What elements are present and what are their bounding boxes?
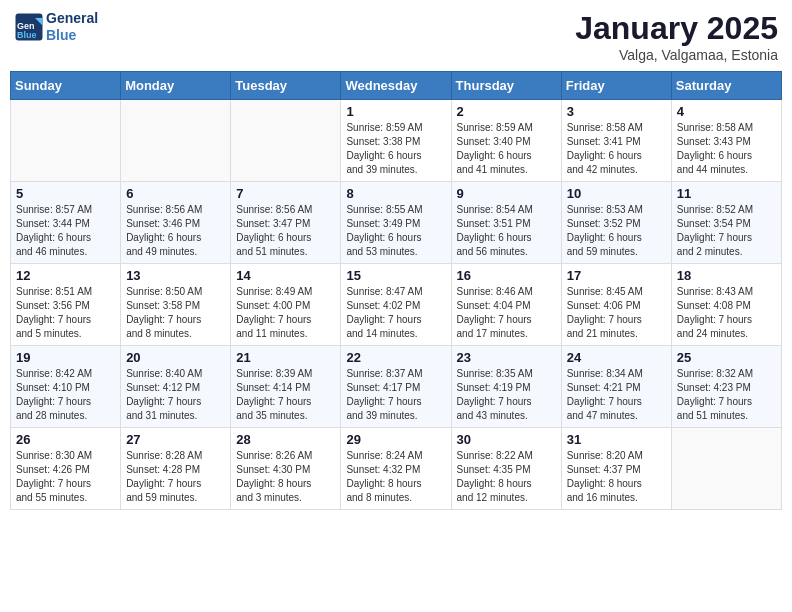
calendar-week-row: 26Sunrise: 8:30 AMSunset: 4:26 PMDayligh… bbox=[11, 428, 782, 510]
month-title: January 2025 bbox=[575, 10, 778, 47]
day-number: 28 bbox=[236, 432, 335, 447]
calendar-cell: 9Sunrise: 8:54 AMSunset: 3:51 PMDaylight… bbox=[451, 182, 561, 264]
day-number: 8 bbox=[346, 186, 445, 201]
day-number: 24 bbox=[567, 350, 666, 365]
day-number: 19 bbox=[16, 350, 115, 365]
calendar-cell bbox=[121, 100, 231, 182]
day-number: 4 bbox=[677, 104, 776, 119]
calendar-cell: 22Sunrise: 8:37 AMSunset: 4:17 PMDayligh… bbox=[341, 346, 451, 428]
calendar-cell: 29Sunrise: 8:24 AMSunset: 4:32 PMDayligh… bbox=[341, 428, 451, 510]
calendar-cell: 25Sunrise: 8:32 AMSunset: 4:23 PMDayligh… bbox=[671, 346, 781, 428]
page-header: Gen Blue General Blue January 2025 Valga… bbox=[10, 10, 782, 63]
day-info: Sunrise: 8:53 AMSunset: 3:52 PMDaylight:… bbox=[567, 203, 666, 259]
day-info: Sunrise: 8:42 AMSunset: 4:10 PMDaylight:… bbox=[16, 367, 115, 423]
day-info: Sunrise: 8:58 AMSunset: 3:43 PMDaylight:… bbox=[677, 121, 776, 177]
calendar-cell: 2Sunrise: 8:59 AMSunset: 3:40 PMDaylight… bbox=[451, 100, 561, 182]
day-number: 12 bbox=[16, 268, 115, 283]
calendar-cell: 21Sunrise: 8:39 AMSunset: 4:14 PMDayligh… bbox=[231, 346, 341, 428]
calendar-cell: 14Sunrise: 8:49 AMSunset: 4:00 PMDayligh… bbox=[231, 264, 341, 346]
calendar-week-row: 12Sunrise: 8:51 AMSunset: 3:56 PMDayligh… bbox=[11, 264, 782, 346]
day-info: Sunrise: 8:37 AMSunset: 4:17 PMDaylight:… bbox=[346, 367, 445, 423]
calendar-cell: 6Sunrise: 8:56 AMSunset: 3:46 PMDaylight… bbox=[121, 182, 231, 264]
day-number: 15 bbox=[346, 268, 445, 283]
calendar-cell: 20Sunrise: 8:40 AMSunset: 4:12 PMDayligh… bbox=[121, 346, 231, 428]
weekday-header-thursday: Thursday bbox=[451, 72, 561, 100]
calendar-table: SundayMondayTuesdayWednesdayThursdayFrid… bbox=[10, 71, 782, 510]
calendar-cell: 23Sunrise: 8:35 AMSunset: 4:19 PMDayligh… bbox=[451, 346, 561, 428]
calendar-cell: 28Sunrise: 8:26 AMSunset: 4:30 PMDayligh… bbox=[231, 428, 341, 510]
day-number: 7 bbox=[236, 186, 335, 201]
day-number: 20 bbox=[126, 350, 225, 365]
day-info: Sunrise: 8:59 AMSunset: 3:38 PMDaylight:… bbox=[346, 121, 445, 177]
calendar-cell: 13Sunrise: 8:50 AMSunset: 3:58 PMDayligh… bbox=[121, 264, 231, 346]
day-info: Sunrise: 8:28 AMSunset: 4:28 PMDaylight:… bbox=[126, 449, 225, 505]
day-number: 10 bbox=[567, 186, 666, 201]
day-info: Sunrise: 8:47 AMSunset: 4:02 PMDaylight:… bbox=[346, 285, 445, 341]
title-block: January 2025 Valga, Valgamaa, Estonia bbox=[575, 10, 778, 63]
calendar-cell: 30Sunrise: 8:22 AMSunset: 4:35 PMDayligh… bbox=[451, 428, 561, 510]
logo-text-line1: General bbox=[46, 10, 98, 27]
day-info: Sunrise: 8:49 AMSunset: 4:00 PMDaylight:… bbox=[236, 285, 335, 341]
day-info: Sunrise: 8:56 AMSunset: 3:47 PMDaylight:… bbox=[236, 203, 335, 259]
day-info: Sunrise: 8:39 AMSunset: 4:14 PMDaylight:… bbox=[236, 367, 335, 423]
logo: Gen Blue General Blue bbox=[14, 10, 98, 44]
calendar-cell: 12Sunrise: 8:51 AMSunset: 3:56 PMDayligh… bbox=[11, 264, 121, 346]
calendar-cell: 11Sunrise: 8:52 AMSunset: 3:54 PMDayligh… bbox=[671, 182, 781, 264]
day-info: Sunrise: 8:24 AMSunset: 4:32 PMDaylight:… bbox=[346, 449, 445, 505]
day-info: Sunrise: 8:54 AMSunset: 3:51 PMDaylight:… bbox=[457, 203, 556, 259]
calendar-cell: 4Sunrise: 8:58 AMSunset: 3:43 PMDaylight… bbox=[671, 100, 781, 182]
day-info: Sunrise: 8:40 AMSunset: 4:12 PMDaylight:… bbox=[126, 367, 225, 423]
day-number: 1 bbox=[346, 104, 445, 119]
day-number: 29 bbox=[346, 432, 445, 447]
day-info: Sunrise: 8:50 AMSunset: 3:58 PMDaylight:… bbox=[126, 285, 225, 341]
calendar-cell: 7Sunrise: 8:56 AMSunset: 3:47 PMDaylight… bbox=[231, 182, 341, 264]
day-info: Sunrise: 8:45 AMSunset: 4:06 PMDaylight:… bbox=[567, 285, 666, 341]
day-info: Sunrise: 8:22 AMSunset: 4:35 PMDaylight:… bbox=[457, 449, 556, 505]
calendar-cell: 26Sunrise: 8:30 AMSunset: 4:26 PMDayligh… bbox=[11, 428, 121, 510]
weekday-header-sunday: Sunday bbox=[11, 72, 121, 100]
day-number: 9 bbox=[457, 186, 556, 201]
day-number: 22 bbox=[346, 350, 445, 365]
day-info: Sunrise: 8:52 AMSunset: 3:54 PMDaylight:… bbox=[677, 203, 776, 259]
svg-text:Blue: Blue bbox=[17, 29, 37, 39]
day-number: 6 bbox=[126, 186, 225, 201]
day-number: 14 bbox=[236, 268, 335, 283]
day-info: Sunrise: 8:32 AMSunset: 4:23 PMDaylight:… bbox=[677, 367, 776, 423]
day-number: 5 bbox=[16, 186, 115, 201]
calendar-cell: 31Sunrise: 8:20 AMSunset: 4:37 PMDayligh… bbox=[561, 428, 671, 510]
weekday-header-monday: Monday bbox=[121, 72, 231, 100]
day-number: 18 bbox=[677, 268, 776, 283]
calendar-week-row: 1Sunrise: 8:59 AMSunset: 3:38 PMDaylight… bbox=[11, 100, 782, 182]
calendar-week-row: 5Sunrise: 8:57 AMSunset: 3:44 PMDaylight… bbox=[11, 182, 782, 264]
day-info: Sunrise: 8:57 AMSunset: 3:44 PMDaylight:… bbox=[16, 203, 115, 259]
day-info: Sunrise: 8:56 AMSunset: 3:46 PMDaylight:… bbox=[126, 203, 225, 259]
day-number: 23 bbox=[457, 350, 556, 365]
calendar-cell: 18Sunrise: 8:43 AMSunset: 4:08 PMDayligh… bbox=[671, 264, 781, 346]
calendar-cell: 1Sunrise: 8:59 AMSunset: 3:38 PMDaylight… bbox=[341, 100, 451, 182]
logo-icon: Gen Blue bbox=[14, 12, 44, 42]
weekday-header-friday: Friday bbox=[561, 72, 671, 100]
day-info: Sunrise: 8:30 AMSunset: 4:26 PMDaylight:… bbox=[16, 449, 115, 505]
day-info: Sunrise: 8:26 AMSunset: 4:30 PMDaylight:… bbox=[236, 449, 335, 505]
calendar-cell: 15Sunrise: 8:47 AMSunset: 4:02 PMDayligh… bbox=[341, 264, 451, 346]
calendar-cell bbox=[671, 428, 781, 510]
day-number: 2 bbox=[457, 104, 556, 119]
day-number: 11 bbox=[677, 186, 776, 201]
day-number: 31 bbox=[567, 432, 666, 447]
calendar-cell: 16Sunrise: 8:46 AMSunset: 4:04 PMDayligh… bbox=[451, 264, 561, 346]
calendar-cell: 5Sunrise: 8:57 AMSunset: 3:44 PMDaylight… bbox=[11, 182, 121, 264]
day-info: Sunrise: 8:43 AMSunset: 4:08 PMDaylight:… bbox=[677, 285, 776, 341]
calendar-week-row: 19Sunrise: 8:42 AMSunset: 4:10 PMDayligh… bbox=[11, 346, 782, 428]
day-info: Sunrise: 8:34 AMSunset: 4:21 PMDaylight:… bbox=[567, 367, 666, 423]
day-info: Sunrise: 8:51 AMSunset: 3:56 PMDaylight:… bbox=[16, 285, 115, 341]
calendar-cell: 17Sunrise: 8:45 AMSunset: 4:06 PMDayligh… bbox=[561, 264, 671, 346]
day-number: 13 bbox=[126, 268, 225, 283]
logo-text-line2: Blue bbox=[46, 27, 98, 44]
weekday-header-wednesday: Wednesday bbox=[341, 72, 451, 100]
day-number: 26 bbox=[16, 432, 115, 447]
weekday-header-saturday: Saturday bbox=[671, 72, 781, 100]
day-number: 21 bbox=[236, 350, 335, 365]
calendar-cell: 10Sunrise: 8:53 AMSunset: 3:52 PMDayligh… bbox=[561, 182, 671, 264]
location-subtitle: Valga, Valgamaa, Estonia bbox=[575, 47, 778, 63]
day-info: Sunrise: 8:20 AMSunset: 4:37 PMDaylight:… bbox=[567, 449, 666, 505]
